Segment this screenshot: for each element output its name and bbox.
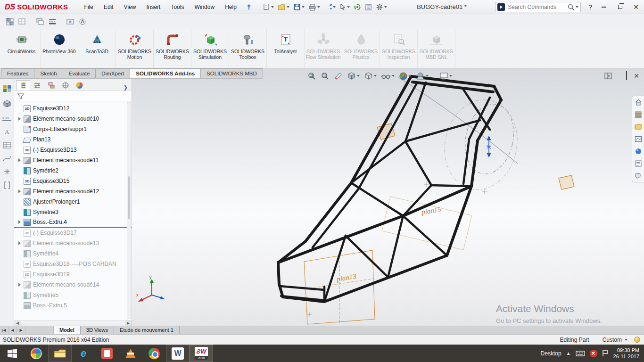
view-palette-icon[interactable] — [634, 135, 643, 143]
menu-window[interactable]: Window — [190, 0, 219, 14]
tab-model[interactable]: Model — [54, 326, 81, 334]
addin-simulation[interactable]: SOLIDWORKS Simulation — [191, 29, 229, 68]
next-tab-icon[interactable]: ▶ — [17, 326, 25, 334]
flag-icon[interactable] — [602, 350, 609, 357]
displaymanager-tab[interactable] — [73, 80, 87, 90]
expand-icon[interactable] — [17, 219, 23, 225]
file-properties-button[interactable] — [363, 2, 373, 12]
touch-keyboard-icon[interactable] — [576, 350, 585, 357]
addin-plastics[interactable]: SOLIDWORKS Plastics — [342, 29, 380, 68]
open-button[interactable] — [276, 2, 291, 12]
view-orientation-icon[interactable] — [347, 72, 360, 81]
tree-item[interactable]: Corps-Effacer/suppr1 — [14, 124, 132, 134]
addin-flow-simulation[interactable]: SOLIDWORKS Flow Simulation — [305, 29, 342, 68]
tree-item[interactable]: Symétrie5 — [14, 290, 132, 300]
undo-button[interactable] — [322, 2, 337, 12]
addin-routing[interactable]: SOLIDWORKS Routing — [154, 29, 191, 68]
forum-icon[interactable] — [634, 172, 643, 180]
tree-item[interactable]: (-) Esquisse3D13 — [14, 145, 132, 155]
file-explorer-icon[interactable] — [634, 123, 643, 131]
tree-item[interactable]: Elément mécano-soudé10 — [14, 114, 132, 124]
macro-toolbar-icon[interactable] — [77, 16, 88, 27]
tree-item[interactable]: Symétrie4 — [14, 248, 132, 259]
tab-dimxpert[interactable]: DimXpert — [95, 68, 130, 78]
zoom-area-icon[interactable] — [321, 72, 330, 81]
vlc-icon[interactable] — [119, 345, 142, 362]
minimize-button[interactable] — [596, 0, 612, 14]
tree-item-rollback-bar[interactable]: Boss.-Extru.4 — [14, 217, 132, 228]
tree-item[interactable]: Esquisse3D19 — [14, 269, 132, 280]
menu-tools[interactable]: Tools — [166, 0, 189, 14]
expand-icon[interactable] — [17, 189, 23, 194]
pin-menu-icon[interactable] — [244, 2, 254, 12]
save-button[interactable] — [292, 2, 306, 12]
units-dropdown[interactable]: Custom — [596, 337, 634, 343]
tree-vertical-scrollbar[interactable] — [127, 102, 131, 319]
tree-item[interactable]: Plan13 — [14, 134, 132, 145]
menu-file[interactable]: File — [80, 0, 98, 14]
chrome-icon[interactable] — [142, 345, 166, 362]
browser-globe-icon[interactable] — [25, 345, 48, 362]
addin-mbd-snl[interactable]: SOLIDWORKS MBD SNL — [418, 29, 455, 68]
new-document-button[interactable] — [261, 2, 275, 12]
tree-item[interactable]: Elément mécano-soudé11 — [14, 155, 132, 165]
tree-item[interactable]: Symétrie2 — [14, 165, 132, 176]
tree-horizontal-scrollbar[interactable]: ◀ ▶ — [14, 320, 132, 326]
tree-item[interactable]: Esquisse3D15 — [14, 176, 132, 186]
search-commands-icon[interactable] — [497, 3, 505, 11]
reader-app-icon[interactable] — [95, 345, 119, 362]
grid-snap-icon[interactable] — [17, 16, 27, 27]
notification-icon[interactable]: ✕ — [590, 350, 597, 357]
point-icon[interactable] — [4, 168, 10, 175]
restore-button[interactable] — [612, 0, 628, 14]
tree-item[interactable]: (-) Esquisse3D17 — [14, 228, 132, 238]
annotation-icon[interactable]: A — [3, 128, 11, 135]
collapse-panel-icon[interactable] — [604, 73, 612, 79]
search-scope-caret[interactable] — [576, 6, 578, 8]
expand-icon[interactable] — [17, 282, 23, 288]
word-icon[interactable]: W — [166, 345, 190, 362]
menu-insert[interactable]: Insert — [141, 0, 165, 14]
tree-item[interactable]: Esquisse3D18-----POS CARDAN — [14, 259, 132, 269]
addin-circuitworks[interactable]: CircuitWorks — [3, 29, 41, 68]
tree-item[interactable]: Elément mécano-soudé14 — [14, 280, 132, 290]
instant3d-icon[interactable] — [2, 99, 12, 108]
tree-item[interactable]: Elément mécano-soudé12 — [14, 186, 132, 197]
addin-scanto3d[interactable]: ScanTo3D — [78, 29, 116, 68]
tab-sketch[interactable]: Sketch — [34, 68, 63, 78]
show-hidden-icons[interactable]: ▲ — [566, 351, 571, 356]
tab-solidworks-mbd[interactable]: SOLIDWORKS MBD — [200, 68, 263, 78]
tree-item[interactable]: Boss.-Extru.5 — [14, 300, 132, 311]
search-magnifier-icon[interactable] — [567, 3, 575, 11]
tab-motion-study[interactable]: Etude de mouvement 1 — [114, 326, 180, 334]
start-button[interactable] — [0, 345, 25, 362]
addin-photoview-360[interactable]: PhotoView 360 — [41, 29, 78, 68]
tree-item[interactable]: Ajuster/Prolonger1 — [14, 197, 132, 207]
display-style-icon[interactable] — [364, 72, 377, 81]
search-input[interactable] — [507, 3, 567, 11]
doc-close-icon[interactable]: ✕ — [634, 72, 639, 80]
expand-icon[interactable] — [17, 157, 23, 163]
tab-evaluate[interactable]: Evaluate — [63, 68, 96, 78]
menu-edit[interactable]: Edit — [99, 0, 118, 14]
file-explorer-taskbar-icon[interactable] — [48, 345, 72, 362]
print-button[interactable] — [307, 2, 322, 12]
options-button[interactable] — [374, 2, 388, 12]
appearances-icon[interactable] — [634, 147, 643, 156]
edit-appearance-icon[interactable] — [399, 72, 412, 81]
dimxpertmanager-tab[interactable] — [58, 80, 73, 90]
propertymanager-tab[interactable] — [30, 80, 44, 90]
taskbar-clock[interactable]: 09:38 PM 26-11-2017 — [613, 347, 639, 360]
tab-solidworks-add-ins[interactable]: SOLIDWORKS Add-Ins — [130, 68, 201, 78]
panel-tabs-overflow-icon[interactable]: ❯ — [121, 84, 131, 90]
selection-filter-icon[interactable] — [5, 16, 15, 27]
menu-view[interactable]: View — [119, 0, 141, 14]
section-view-icon[interactable] — [334, 72, 343, 81]
model-viewport[interactable]: plan15 plan13 — [133, 68, 644, 326]
line-format-icon[interactable] — [47, 16, 58, 27]
tab-features[interactable]: Features — [1, 68, 34, 78]
first-tab-icon[interactable]: |◀ — [0, 326, 8, 334]
addin-inspection[interactable]: SOLIDWORKS Inspection — [380, 29, 418, 68]
resources-home-icon[interactable] — [634, 98, 643, 107]
select-cursor-button[interactable] — [338, 2, 351, 12]
